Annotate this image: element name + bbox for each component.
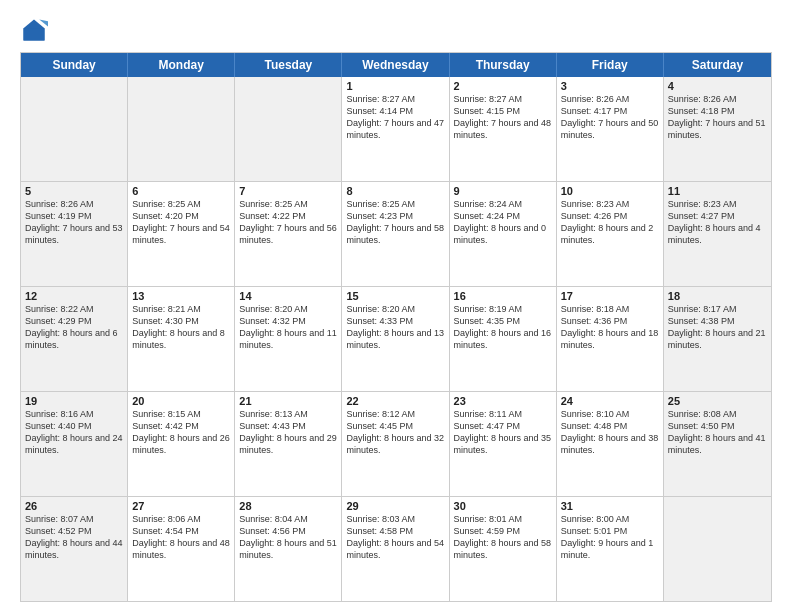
calendar-header: SundayMondayTuesdayWednesdayThursdayFrid… [21,53,771,77]
header-day-thursday: Thursday [450,53,557,77]
header-day-tuesday: Tuesday [235,53,342,77]
cell-date: 7 [239,185,337,197]
cell-date: 16 [454,290,552,302]
logo [20,16,52,44]
cell-text: Sunrise: 8:23 AM Sunset: 4:26 PM Dayligh… [561,198,659,247]
calendar-row-4: 26Sunrise: 8:07 AM Sunset: 4:52 PM Dayli… [21,496,771,601]
calendar-cell: 24Sunrise: 8:10 AM Sunset: 4:48 PM Dayli… [557,392,664,496]
calendar-cell: 30Sunrise: 8:01 AM Sunset: 4:59 PM Dayli… [450,497,557,601]
calendar-cell: 12Sunrise: 8:22 AM Sunset: 4:29 PM Dayli… [21,287,128,391]
calendar-cell: 1Sunrise: 8:27 AM Sunset: 4:14 PM Daylig… [342,77,449,181]
cell-date: 12 [25,290,123,302]
calendar-cell: 19Sunrise: 8:16 AM Sunset: 4:40 PM Dayli… [21,392,128,496]
cell-text: Sunrise: 8:27 AM Sunset: 4:15 PM Dayligh… [454,93,552,142]
calendar-row-2: 12Sunrise: 8:22 AM Sunset: 4:29 PM Dayli… [21,286,771,391]
calendar-cell: 15Sunrise: 8:20 AM Sunset: 4:33 PM Dayli… [342,287,449,391]
cell-date: 18 [668,290,767,302]
cell-date: 28 [239,500,337,512]
calendar-cell: 9Sunrise: 8:24 AM Sunset: 4:24 PM Daylig… [450,182,557,286]
calendar-cell [128,77,235,181]
logo-icon [20,16,48,44]
cell-date: 17 [561,290,659,302]
cell-text: Sunrise: 8:08 AM Sunset: 4:50 PM Dayligh… [668,408,767,457]
cell-date: 5 [25,185,123,197]
cell-date: 9 [454,185,552,197]
cell-date: 30 [454,500,552,512]
cell-text: Sunrise: 8:17 AM Sunset: 4:38 PM Dayligh… [668,303,767,352]
cell-date: 11 [668,185,767,197]
calendar-cell [664,497,771,601]
cell-text: Sunrise: 8:25 AM Sunset: 4:20 PM Dayligh… [132,198,230,247]
calendar-cell: 27Sunrise: 8:06 AM Sunset: 4:54 PM Dayli… [128,497,235,601]
cell-text: Sunrise: 8:10 AM Sunset: 4:48 PM Dayligh… [561,408,659,457]
cell-text: Sunrise: 8:19 AM Sunset: 4:35 PM Dayligh… [454,303,552,352]
calendar-cell: 31Sunrise: 8:00 AM Sunset: 5:01 PM Dayli… [557,497,664,601]
calendar-row-1: 5Sunrise: 8:26 AM Sunset: 4:19 PM Daylig… [21,181,771,286]
cell-date: 14 [239,290,337,302]
header-day-monday: Monday [128,53,235,77]
calendar-cell: 2Sunrise: 8:27 AM Sunset: 4:15 PM Daylig… [450,77,557,181]
header-day-friday: Friday [557,53,664,77]
cell-text: Sunrise: 8:00 AM Sunset: 5:01 PM Dayligh… [561,513,659,562]
cell-text: Sunrise: 8:11 AM Sunset: 4:47 PM Dayligh… [454,408,552,457]
cell-text: Sunrise: 8:26 AM Sunset: 4:17 PM Dayligh… [561,93,659,142]
calendar-cell: 18Sunrise: 8:17 AM Sunset: 4:38 PM Dayli… [664,287,771,391]
cell-date: 29 [346,500,444,512]
calendar-cell [235,77,342,181]
calendar-cell: 7Sunrise: 8:25 AM Sunset: 4:22 PM Daylig… [235,182,342,286]
header-day-sunday: Sunday [21,53,128,77]
cell-text: Sunrise: 8:20 AM Sunset: 4:33 PM Dayligh… [346,303,444,352]
cell-date: 22 [346,395,444,407]
cell-text: Sunrise: 8:20 AM Sunset: 4:32 PM Dayligh… [239,303,337,352]
calendar-cell: 28Sunrise: 8:04 AM Sunset: 4:56 PM Dayli… [235,497,342,601]
cell-date: 20 [132,395,230,407]
header [20,16,772,44]
cell-date: 2 [454,80,552,92]
calendar-cell: 29Sunrise: 8:03 AM Sunset: 4:58 PM Dayli… [342,497,449,601]
cell-text: Sunrise: 8:04 AM Sunset: 4:56 PM Dayligh… [239,513,337,562]
calendar-cell: 10Sunrise: 8:23 AM Sunset: 4:26 PM Dayli… [557,182,664,286]
cell-text: Sunrise: 8:23 AM Sunset: 4:27 PM Dayligh… [668,198,767,247]
calendar: SundayMondayTuesdayWednesdayThursdayFrid… [20,52,772,602]
calendar-cell: 20Sunrise: 8:15 AM Sunset: 4:42 PM Dayli… [128,392,235,496]
cell-text: Sunrise: 8:12 AM Sunset: 4:45 PM Dayligh… [346,408,444,457]
cell-text: Sunrise: 8:25 AM Sunset: 4:22 PM Dayligh… [239,198,337,247]
calendar-cell: 13Sunrise: 8:21 AM Sunset: 4:30 PM Dayli… [128,287,235,391]
cell-date: 21 [239,395,337,407]
calendar-row-3: 19Sunrise: 8:16 AM Sunset: 4:40 PM Dayli… [21,391,771,496]
cell-text: Sunrise: 8:06 AM Sunset: 4:54 PM Dayligh… [132,513,230,562]
cell-date: 31 [561,500,659,512]
cell-date: 24 [561,395,659,407]
cell-text: Sunrise: 8:13 AM Sunset: 4:43 PM Dayligh… [239,408,337,457]
calendar-cell: 16Sunrise: 8:19 AM Sunset: 4:35 PM Dayli… [450,287,557,391]
page: SundayMondayTuesdayWednesdayThursdayFrid… [0,0,792,612]
calendar-cell: 11Sunrise: 8:23 AM Sunset: 4:27 PM Dayli… [664,182,771,286]
calendar-cell: 26Sunrise: 8:07 AM Sunset: 4:52 PM Dayli… [21,497,128,601]
cell-date: 25 [668,395,767,407]
cell-text: Sunrise: 8:22 AM Sunset: 4:29 PM Dayligh… [25,303,123,352]
cell-date: 13 [132,290,230,302]
calendar-cell: 25Sunrise: 8:08 AM Sunset: 4:50 PM Dayli… [664,392,771,496]
cell-text: Sunrise: 8:07 AM Sunset: 4:52 PM Dayligh… [25,513,123,562]
cell-date: 27 [132,500,230,512]
cell-text: Sunrise: 8:15 AM Sunset: 4:42 PM Dayligh… [132,408,230,457]
calendar-cell: 23Sunrise: 8:11 AM Sunset: 4:47 PM Dayli… [450,392,557,496]
calendar-body: 1Sunrise: 8:27 AM Sunset: 4:14 PM Daylig… [21,77,771,601]
calendar-cell: 6Sunrise: 8:25 AM Sunset: 4:20 PM Daylig… [128,182,235,286]
cell-date: 26 [25,500,123,512]
cell-text: Sunrise: 8:24 AM Sunset: 4:24 PM Dayligh… [454,198,552,247]
calendar-cell: 3Sunrise: 8:26 AM Sunset: 4:17 PM Daylig… [557,77,664,181]
cell-date: 23 [454,395,552,407]
cell-text: Sunrise: 8:01 AM Sunset: 4:59 PM Dayligh… [454,513,552,562]
cell-date: 10 [561,185,659,197]
calendar-cell: 4Sunrise: 8:26 AM Sunset: 4:18 PM Daylig… [664,77,771,181]
cell-date: 4 [668,80,767,92]
cell-date: 1 [346,80,444,92]
cell-text: Sunrise: 8:26 AM Sunset: 4:19 PM Dayligh… [25,198,123,247]
calendar-cell: 17Sunrise: 8:18 AM Sunset: 4:36 PM Dayli… [557,287,664,391]
cell-date: 15 [346,290,444,302]
calendar-row-0: 1Sunrise: 8:27 AM Sunset: 4:14 PM Daylig… [21,77,771,181]
cell-text: Sunrise: 8:03 AM Sunset: 4:58 PM Dayligh… [346,513,444,562]
cell-text: Sunrise: 8:26 AM Sunset: 4:18 PM Dayligh… [668,93,767,142]
calendar-cell: 22Sunrise: 8:12 AM Sunset: 4:45 PM Dayli… [342,392,449,496]
